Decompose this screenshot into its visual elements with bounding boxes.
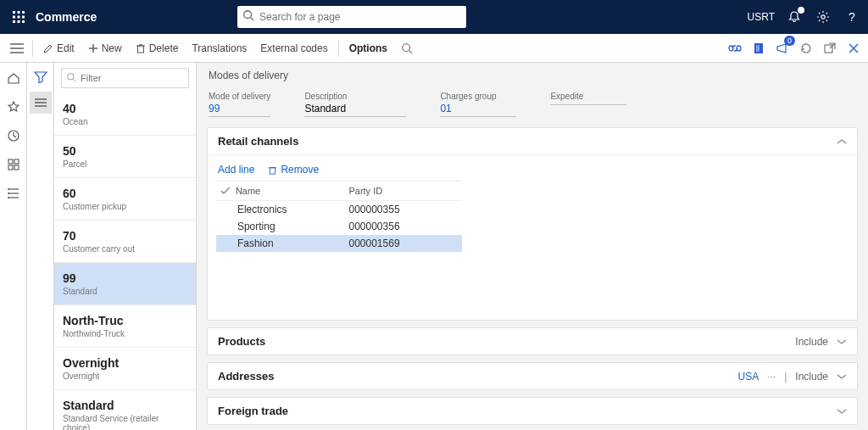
- table-row[interactable]: Sporting000000356: [216, 218, 462, 235]
- delete-button[interactable]: Delete: [129, 36, 186, 60]
- list-item-subtitle: Ocean: [63, 117, 187, 126]
- edit-button[interactable]: Edit: [36, 36, 81, 60]
- funnel-icon: [34, 71, 47, 83]
- search-icon: [401, 42, 413, 54]
- help-icon[interactable]: ?: [843, 8, 861, 26]
- svg-rect-7: [18, 20, 20, 23]
- svg-text:?: ?: [849, 10, 855, 24]
- svg-rect-34: [8, 165, 13, 170]
- value-charges[interactable]: 01: [440, 103, 516, 117]
- addresses-country[interactable]: USA: [737, 371, 759, 383]
- list-item[interactable]: 99Standard: [54, 263, 196, 305]
- list-item-title: 99: [63, 271, 187, 285]
- detail-mode: Mode of delivery 99: [209, 92, 270, 117]
- chevron-down-icon: [837, 338, 847, 345]
- popout-icon[interactable]: [821, 39, 839, 58]
- svg-rect-2: [22, 11, 25, 14]
- bell-icon[interactable]: [785, 8, 804, 26]
- svg-point-11: [821, 15, 825, 19]
- retail-channels-title: Retail channels: [218, 135, 298, 148]
- products-title: Products: [218, 335, 265, 348]
- value-mode[interactable]: 99: [209, 103, 270, 117]
- foreign-trade-header[interactable]: Foreign trade: [208, 398, 857, 424]
- products-header[interactable]: Products Include: [208, 328, 857, 355]
- plus-icon: [88, 43, 98, 53]
- svg-rect-4: [18, 16, 20, 19]
- search-input[interactable]: [237, 6, 466, 28]
- table-row[interactable]: Electronics000000355: [216, 201, 462, 218]
- office-icon[interactable]: [749, 39, 768, 58]
- cmd-search-button[interactable]: [394, 36, 420, 60]
- svg-rect-33: [14, 159, 19, 164]
- new-button[interactable]: New: [81, 36, 129, 60]
- list-icon: [34, 98, 47, 108]
- filter-input[interactable]: [61, 68, 189, 88]
- external-codes-button[interactable]: External codes: [253, 36, 334, 60]
- addresses-header[interactable]: Addresses USA ··· | Include: [208, 363, 857, 389]
- edit-label: Edit: [57, 42, 75, 54]
- list-item[interactable]: StandardStandard Service (retailer choic…: [54, 390, 196, 430]
- waffle-icon[interactable]: [7, 5, 31, 29]
- list-item[interactable]: North-TrucNorthwind-Truck: [54, 305, 196, 348]
- list-toggle[interactable]: [30, 92, 52, 114]
- svg-point-39: [8, 188, 9, 190]
- filter-wrap: [54, 63, 196, 93]
- label-expedite: Expedite: [550, 92, 626, 101]
- trash-icon: [136, 43, 146, 53]
- list-item[interactable]: 60Customer pickup: [54, 178, 196, 221]
- nav-hamburger-icon[interactable]: [5, 36, 29, 60]
- favorite-icon[interactable]: [5, 98, 22, 115]
- home-icon[interactable]: [5, 70, 22, 87]
- table-row[interactable]: Fashion000001569: [216, 235, 462, 252]
- cell-party-id: 000000356: [349, 221, 463, 232]
- value-desc[interactable]: Standard: [304, 103, 406, 117]
- list-item-subtitle: Northwind-Truck: [63, 329, 187, 338]
- label-charges: Charges group: [440, 92, 516, 101]
- options-label: Options: [349, 42, 387, 54]
- translations-label: Translations: [192, 42, 247, 54]
- select-all-check[interactable]: [216, 187, 236, 195]
- cell-name: Electronics: [236, 204, 349, 215]
- list-item-title: Overnight: [63, 356, 187, 370]
- add-line-button[interactable]: Add line: [218, 164, 254, 176]
- gear-icon[interactable]: [814, 8, 832, 26]
- list-item-title: 50: [63, 144, 187, 158]
- workspace-icon[interactable]: [5, 156, 22, 173]
- retail-channels-body: Add line Remove Name Party ID Electronic…: [208, 155, 857, 320]
- translations-button[interactable]: Translations: [185, 36, 253, 60]
- new-label: New: [102, 42, 122, 54]
- divider: [32, 40, 33, 57]
- list-item[interactable]: OvernightOvernight: [54, 348, 196, 390]
- detail-expedite: Expedite: [550, 92, 626, 117]
- list-item[interactable]: 50Parcel: [54, 136, 196, 178]
- external-codes-label: External codes: [260, 42, 327, 54]
- filter-toggle[interactable]: [30, 66, 52, 88]
- nav-rail: [0, 63, 27, 430]
- col-name-header[interactable]: Name: [236, 186, 349, 196]
- value-expedite[interactable]: [550, 103, 626, 105]
- announcements-icon[interactable]: 0: [773, 39, 792, 58]
- modules-icon[interactable]: [5, 185, 22, 202]
- list-item[interactable]: 40Ocean: [54, 93, 196, 136]
- svg-point-9: [244, 11, 252, 19]
- delete-label: Delete: [149, 42, 179, 54]
- top-right: USRT ?: [748, 8, 861, 26]
- retail-channels-header[interactable]: Retail channels: [208, 128, 857, 155]
- list-item[interactable]: 70Customer carry out: [54, 221, 196, 263]
- refresh-icon[interactable]: [797, 39, 815, 58]
- addresses-include: Include: [795, 371, 828, 383]
- products-include: Include: [795, 336, 828, 348]
- list-pane: 40Ocean50Parcel60Customer pickup70Custom…: [54, 63, 197, 430]
- list-item-subtitle: Customer pickup: [63, 202, 187, 211]
- link-icon[interactable]: [726, 39, 744, 58]
- svg-point-21: [403, 43, 410, 51]
- options-button[interactable]: Options: [342, 36, 394, 60]
- recent-icon[interactable]: [5, 127, 22, 144]
- remove-button[interactable]: Remove: [268, 164, 319, 176]
- svg-point-45: [68, 74, 75, 81]
- col-pid-header[interactable]: Party ID: [348, 186, 462, 196]
- app-brand: Commerce: [36, 10, 97, 24]
- close-icon[interactable]: [844, 39, 863, 58]
- list-item-subtitle: Overnight: [63, 371, 187, 381]
- user-code[interactable]: USRT: [748, 11, 775, 23]
